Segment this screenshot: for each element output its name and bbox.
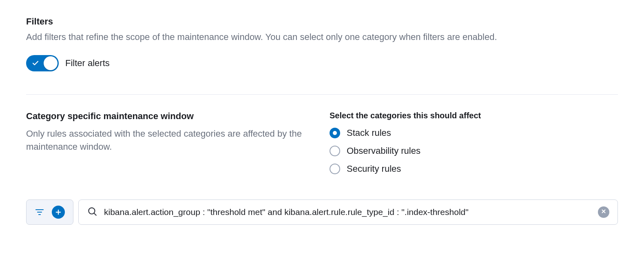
search-icon [87,206,97,218]
radio-security-rules[interactable]: Security rules [330,164,618,174]
category-description-column: Category specific maintenance window Onl… [26,111,303,182]
category-description: Only rules associated with the selected … [26,127,303,153]
filters-title: Filters [26,16,618,27]
svg-line-6 [94,213,96,215]
query-search-box [78,199,618,225]
plus-circle-icon [52,206,65,219]
check-icon [32,60,39,67]
radio-stack-rules[interactable]: Stack rules [330,128,618,138]
radio-label: Security rules [347,164,401,174]
radio-icon [330,128,340,138]
section-divider [26,94,618,95]
filter-alerts-toggle-label: Filter alerts [65,58,110,69]
close-icon [601,208,606,216]
radio-icon [330,146,340,156]
filter-alerts-toggle[interactable] [26,55,59,71]
filters-section: Filters Add filters that refine the scop… [26,16,618,71]
radio-label: Stack rules [347,128,391,138]
category-radio-column: Select the categories this should affect… [330,111,618,182]
filters-description: Add filters that refine the scope of the… [26,31,618,44]
query-input[interactable] [104,207,591,217]
filter-buttons-group [26,199,73,225]
radio-observability-rules[interactable]: Observability rules [330,146,618,156]
radio-icon [330,164,340,174]
filter-alerts-toggle-row: Filter alerts [26,55,618,71]
clear-query-button[interactable] [598,206,609,218]
svg-point-5 [89,208,95,214]
toggle-knob [44,56,58,70]
category-title: Category specific maintenance window [26,111,303,122]
category-section: Category specific maintenance window Onl… [26,111,618,182]
filter-bar [26,199,618,225]
radio-group-title: Select the categories this should affect [330,111,618,120]
filter-menu-button[interactable] [35,207,44,217]
add-filter-button[interactable] [52,206,65,219]
radio-label: Observability rules [347,146,420,156]
